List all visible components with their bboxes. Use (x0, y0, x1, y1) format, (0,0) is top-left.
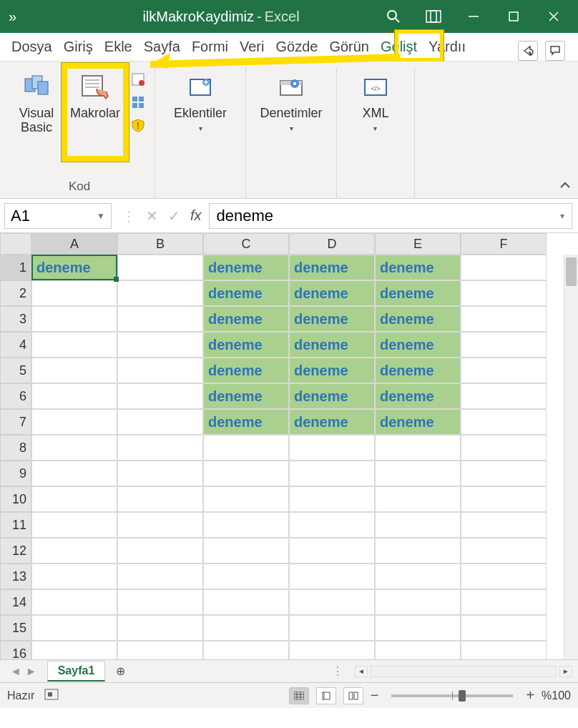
row-header-10[interactable]: 10 (0, 486, 31, 512)
maximize-button[interactable] (494, 0, 534, 33)
cell-A12[interactable] (31, 538, 117, 564)
cell-A8[interactable] (31, 435, 117, 461)
cell-D5[interactable]: deneme (289, 358, 375, 383)
cell-E7[interactable]: deneme (375, 409, 461, 435)
cell-E6[interactable]: deneme (375, 383, 461, 409)
view-pagebreak-button[interactable] (343, 687, 363, 704)
cell-B1[interactable] (117, 255, 203, 280)
cell-C16[interactable] (203, 641, 289, 659)
scrollbar-thumb[interactable] (566, 257, 577, 286)
cell-A4[interactable] (31, 332, 117, 358)
eklentiler-button[interactable]: Eklentiler▾ (172, 67, 228, 140)
row-header-12[interactable]: 12 (0, 538, 31, 564)
cell-F4[interactable] (461, 332, 547, 358)
macro-security-icon[interactable]: ! (129, 116, 147, 134)
cell-A15[interactable] (31, 615, 117, 641)
cell-B16[interactable] (117, 641, 203, 659)
hscroll-left-icon[interactable]: ◄ (355, 666, 368, 677)
cell-A1[interactable]: deneme (31, 255, 117, 280)
relative-ref-icon[interactable] (129, 93, 147, 112)
cell-A11[interactable] (31, 512, 117, 538)
row-header-15[interactable]: 15 (0, 615, 31, 641)
cell-E15[interactable] (375, 615, 461, 641)
row-header-9[interactable]: 9 (0, 461, 31, 486)
cell-C4[interactable]: deneme (203, 332, 289, 358)
macro-record-status-icon[interactable] (44, 689, 59, 703)
close-button[interactable] (534, 0, 574, 33)
cell-E1[interactable]: deneme (375, 255, 461, 280)
name-box[interactable]: A1 ▼ (4, 203, 112, 229)
row-header-13[interactable]: 13 (0, 564, 31, 589)
window-mode-icon[interactable] (413, 0, 454, 33)
cell-C10[interactable] (203, 486, 289, 512)
zoom-in-button[interactable]: + (526, 687, 534, 704)
cell-D14[interactable] (289, 589, 375, 615)
col-header-A[interactable]: A (31, 233, 117, 255)
cell-D13[interactable] (289, 564, 375, 589)
cell-C2[interactable]: deneme (203, 280, 289, 306)
select-all-corner[interactable] (0, 233, 31, 255)
hscroll-right-icon[interactable]: ► (559, 666, 572, 677)
cell-D16[interactable] (289, 641, 375, 659)
cell-B11[interactable] (117, 512, 203, 538)
cell-B6[interactable] (117, 383, 203, 409)
cell-E5[interactable]: deneme (375, 358, 461, 383)
cell-B4[interactable] (117, 332, 203, 358)
cell-F14[interactable] (461, 589, 547, 615)
cell-F8[interactable] (461, 435, 547, 461)
col-header-D[interactable]: D (289, 233, 375, 255)
namebox-dropdown-icon[interactable]: ▼ (97, 211, 105, 221)
horizontal-scrollbar[interactable]: ◄ ► (349, 666, 578, 677)
cell-F13[interactable] (461, 564, 547, 589)
search-icon[interactable] (373, 0, 413, 33)
cell-C7[interactable]: deneme (203, 409, 289, 435)
sheet-tab-active[interactable]: Sayfa1 (47, 661, 106, 682)
cell-A10[interactable] (31, 486, 117, 512)
cell-B13[interactable] (117, 564, 203, 589)
cell-C11[interactable] (203, 512, 289, 538)
cell-D3[interactable]: deneme (289, 306, 375, 332)
formula-input[interactable]: deneme ▾ (209, 203, 572, 229)
cell-C6[interactable]: deneme (203, 383, 289, 409)
cell-D4[interactable]: deneme (289, 332, 375, 358)
cell-C8[interactable] (203, 435, 289, 461)
tab-yardıı[interactable]: Yardıı (423, 34, 471, 61)
cell-C9[interactable] (203, 461, 289, 486)
tab-veri[interactable]: Veri (234, 34, 270, 61)
cell-C13[interactable] (203, 564, 289, 589)
share-button[interactable] (518, 41, 538, 61)
cell-F15[interactable] (461, 615, 547, 641)
row-header-1[interactable]: 1 (0, 255, 31, 280)
col-header-B[interactable]: B (117, 233, 203, 255)
col-header-E[interactable]: E (375, 233, 461, 255)
col-header-F[interactable]: F (461, 233, 547, 255)
cell-A5[interactable] (31, 358, 117, 383)
cell-E4[interactable]: deneme (375, 332, 461, 358)
cell-F3[interactable] (461, 306, 547, 332)
cell-C14[interactable] (203, 589, 289, 615)
row-header-6[interactable]: 6 (0, 383, 31, 409)
cell-D12[interactable] (289, 538, 375, 564)
cell-A6[interactable] (31, 383, 117, 409)
vertical-scrollbar[interactable] (564, 255, 578, 659)
cell-E14[interactable] (375, 589, 461, 615)
cancel-formula-icon[interactable]: ✕ (146, 207, 158, 225)
cell-E11[interactable] (375, 512, 461, 538)
tab-giriş[interactable]: Giriş (58, 34, 99, 61)
cell-A2[interactable] (31, 280, 117, 306)
tab-dosya[interactable]: Dosya (6, 34, 58, 61)
record-macro-icon[interactable] (129, 70, 147, 89)
formula-expand-icon[interactable]: ▾ (560, 211, 564, 221)
tab-sayfa[interactable]: Sayfa (138, 34, 186, 61)
cell-E12[interactable] (375, 538, 461, 564)
cell-E8[interactable] (375, 435, 461, 461)
cell-F7[interactable] (461, 409, 547, 435)
cell-C12[interactable] (203, 538, 289, 564)
cell-E10[interactable] (375, 486, 461, 512)
cell-B14[interactable] (117, 589, 203, 615)
collapse-ribbon-icon[interactable] (559, 180, 571, 194)
cell-E13[interactable] (375, 564, 461, 589)
minimize-button[interactable] (454, 0, 494, 33)
cell-B7[interactable] (117, 409, 203, 435)
cell-B8[interactable] (117, 435, 203, 461)
